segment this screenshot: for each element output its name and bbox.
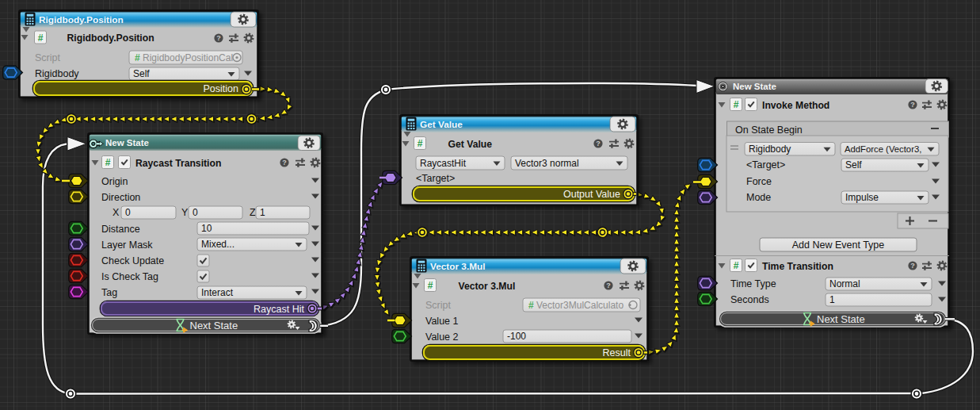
svg-text:On State Begin: On State Begin bbox=[735, 125, 803, 136]
svg-text:Value 1: Value 1 bbox=[425, 316, 459, 327]
svg-text:1: 1 bbox=[829, 294, 835, 305]
svg-text:Vector 3.Mul: Vector 3.Mul bbox=[430, 261, 486, 272]
svg-text:Self: Self bbox=[133, 68, 150, 79]
svg-text:Self: Self bbox=[845, 159, 862, 171]
svg-text:10: 10 bbox=[201, 223, 212, 234]
svg-text:Z: Z bbox=[250, 207, 256, 218]
svg-text:Normal: Normal bbox=[829, 278, 860, 289]
svg-text:Force: Force bbox=[746, 176, 772, 187]
svg-text:Impulse: Impulse bbox=[845, 192, 879, 203]
svg-text:0: 0 bbox=[125, 207, 131, 218]
svg-text:1: 1 bbox=[260, 207, 265, 218]
svg-text:Origin: Origin bbox=[101, 176, 128, 187]
svg-text:Rigidbody: Rigidbody bbox=[749, 144, 791, 155]
svg-text:# Vector3MulCalculato: # Vector3MulCalculato bbox=[528, 300, 623, 311]
svg-text:New State: New State bbox=[733, 82, 776, 91]
svg-text:-100: -100 bbox=[507, 331, 526, 342]
svg-text:Distance: Distance bbox=[101, 224, 140, 235]
svg-text:Time Transition: Time Transition bbox=[762, 261, 833, 272]
svg-text:Rigidbody: Rigidbody bbox=[35, 68, 79, 79]
svg-text:Raycast Transition: Raycast Transition bbox=[135, 158, 221, 169]
svg-text:Get Value: Get Value bbox=[420, 119, 463, 130]
svg-text:Rigidbody.Position: Rigidbody.Position bbox=[39, 14, 124, 25]
svg-text:Output Value: Output Value bbox=[563, 189, 620, 200]
svg-text:Raycast Hit: Raycast Hit bbox=[254, 304, 304, 315]
svg-text:Y: Y bbox=[181, 207, 189, 218]
svg-text:Rigidbody.Position: Rigidbody.Position bbox=[67, 33, 154, 44]
svg-text:Value 2: Value 2 bbox=[425, 331, 459, 343]
svg-text:0: 0 bbox=[193, 207, 198, 218]
svg-text:Result: Result bbox=[603, 347, 631, 358]
svg-text:Vector 3.Mul: Vector 3.Mul bbox=[459, 281, 516, 292]
svg-text:Interact: Interact bbox=[201, 287, 234, 298]
svg-text:Layer Mask: Layer Mask bbox=[101, 239, 153, 251]
svg-text:Add New Event Type: Add New Event Type bbox=[792, 239, 885, 251]
svg-text:Position: Position bbox=[204, 83, 239, 94]
svg-text:Get Value: Get Value bbox=[448, 139, 493, 150]
svg-text:Mode: Mode bbox=[746, 192, 771, 203]
svg-text:Time Type: Time Type bbox=[730, 278, 776, 289]
svg-text:Check Update: Check Update bbox=[101, 255, 164, 266]
svg-text:AddForce (Vector3,: AddForce (Vector3, bbox=[845, 144, 921, 154]
svg-text:Seconds: Seconds bbox=[730, 294, 769, 305]
svg-text:Vector3 normal: Vector3 normal bbox=[515, 158, 579, 169]
svg-text:RaycastHit: RaycastHit bbox=[420, 158, 467, 169]
svg-text:Invoke Method: Invoke Method bbox=[762, 100, 829, 111]
svg-text:Direction: Direction bbox=[101, 192, 140, 203]
svg-text:# RigidbodyPositionCal: # RigidbodyPositionCal bbox=[135, 52, 233, 63]
svg-text:Script: Script bbox=[35, 52, 60, 63]
svg-text:Script: Script bbox=[425, 300, 451, 311]
svg-text:Mixed...: Mixed... bbox=[201, 239, 235, 250]
svg-text:New State: New State bbox=[105, 138, 149, 148]
svg-text:Is Check Tag: Is Check Tag bbox=[101, 271, 158, 282]
svg-text:<Target>: <Target> bbox=[746, 159, 785, 171]
svg-text:<Target>: <Target> bbox=[416, 173, 455, 184]
svg-text:X: X bbox=[112, 207, 120, 218]
svg-text:Next State: Next State bbox=[190, 320, 238, 331]
svg-text:Next State: Next State bbox=[817, 313, 865, 325]
svg-text:Tag: Tag bbox=[101, 287, 117, 298]
